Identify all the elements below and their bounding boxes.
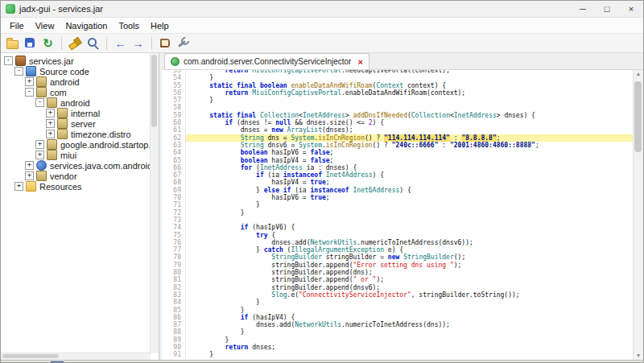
scrollbar-thumb[interactable]	[2, 354, 59, 358]
tree-item-com[interactable]: -com	[1, 87, 159, 97]
expand-icon[interactable]: +	[46, 119, 55, 128]
code-line[interactable]: 54 }	[162, 74, 634, 81]
expand-icon[interactable]: +	[46, 130, 55, 138]
tree-item-services-java-class[interactable]: +services.java.com.android.server...	[1, 160, 159, 171]
editor-vertical-scrollbar[interactable]: ▲ ▼	[633, 70, 643, 360]
expand-icon[interactable]: +	[25, 77, 34, 86]
menu-item-tools[interactable]: Tools	[113, 19, 145, 32]
save-all-icon[interactable]	[23, 35, 38, 51]
tab-close-icon[interactable]: ×	[357, 57, 362, 67]
code-line[interactable]: 85 }	[162, 307, 634, 314]
tree-item-miui[interactable]: +miui	[1, 150, 159, 160]
code-line[interactable]: 71 }	[162, 201, 634, 208]
log-viewer-icon[interactable]	[158, 35, 173, 51]
code-line[interactable]: 65 boolean hasIpV4 = false;	[162, 157, 634, 164]
code-line[interactable]: 87 dnses.add(NetworkUtils.numericToInetA…	[162, 321, 634, 328]
tree-item-internal[interactable]: +internal	[1, 108, 159, 118]
tree-item-services-jar[interactable]: -services.jar	[1, 56, 159, 66]
preferences-icon[interactable]	[175, 35, 191, 51]
code-line[interactable]: 72 }	[162, 209, 634, 217]
open-file-icon[interactable]	[5, 35, 20, 51]
code-line[interactable]: 58	[162, 104, 634, 111]
code-line[interactable]: 82 stringBuilder.append(dnsv6);	[162, 284, 634, 291]
code-line[interactable]: 86 if (hasIpV4) {	[162, 314, 634, 321]
line-number: 62	[162, 134, 186, 142]
code-line[interactable]: 77 } catch (IllegalArgumentException e) …	[162, 246, 634, 254]
tree-vertical-scrollbar[interactable]	[150, 53, 159, 353]
scroll-up-icon[interactable]: ▲	[634, 70, 643, 78]
expand-icon[interactable]: +	[35, 140, 44, 149]
code-line[interactable]: 90 return dnses;	[162, 344, 634, 351]
expand-icon[interactable]: +	[35, 151, 44, 159]
tree-item-resources[interactable]: +Resources	[1, 181, 159, 192]
code-line[interactable]: 76 dnses.add(NetworkUtils.numericToInetA…	[162, 239, 634, 246]
code-text: }	[186, 97, 634, 104]
code-editor[interactable]: 53 return MiuiConfigCaptivePortal.needCa…	[162, 70, 643, 360]
text-search-icon[interactable]	[68, 35, 83, 51]
collapse-icon[interactable]: -	[25, 88, 34, 97]
code-line[interactable]: 79 stringBuilder.append("Error setting d…	[162, 262, 634, 269]
code-text: }	[186, 209, 634, 217]
tree-item-com-android[interactable]: -android	[1, 97, 159, 108]
collapse-icon[interactable]: -	[35, 98, 44, 107]
tree-item-source-code[interactable]: -Source code	[1, 66, 159, 76]
code-text: String dns = System.isInCnRegion() ? "11…	[186, 134, 634, 142]
tree-horizontal-scrollbar[interactable]	[1, 353, 151, 360]
scroll-down-icon[interactable]: ▼	[634, 352, 643, 360]
minimize-button[interactable]: ─	[571, 1, 595, 17]
reload-icon[interactable]: ↻	[40, 35, 56, 51]
line-number: 78	[162, 254, 186, 261]
code-line[interactable]: 89 }	[162, 336, 634, 344]
collapse-icon[interactable]: -	[4, 56, 13, 65]
code-line[interactable]: 68 hasIpV4 = true;	[162, 179, 634, 186]
code-line[interactable]: 62 String dns = System.isInCnRegion() ? …	[162, 134, 634, 142]
menu-item-file[interactable]: File	[4, 19, 30, 32]
maximize-button[interactable]: □	[595, 1, 619, 17]
tab-connectivity-service-injector[interactable]: com.android.server.ConnectivityServiceIn…	[164, 53, 369, 69]
scrollbar-thumb[interactable]	[634, 81, 642, 152]
code-line[interactable]: 67 if (ia instanceof Inet4Address) {	[162, 171, 634, 179]
expand-icon[interactable]: +	[46, 109, 55, 118]
code-line[interactable]: 56 return MiuiConfigCaptivePortal.enable…	[162, 89, 634, 97]
tree-item-timezone-distro[interactable]: +timezone.distro	[1, 129, 159, 139]
code-line[interactable]: 61 dnses = new ArrayList(dnses);	[162, 126, 634, 134]
code-line[interactable]: 78 StringBuilder stringBuilder = new Str…	[162, 254, 634, 261]
menu-item-navigation[interactable]: Navigation	[60, 19, 113, 32]
code-line[interactable]: 84 }	[162, 299, 634, 306]
expand-icon[interactable]: +	[14, 182, 23, 191]
code-line[interactable]: 55 static final boolean enableDataAndWif…	[162, 82, 634, 89]
tree-item-android[interactable]: +android	[1, 76, 159, 87]
code-line[interactable]: 63 String dnsv6 = System.isInCnRegion() …	[162, 142, 634, 149]
package-icon	[57, 118, 68, 129]
code-line[interactable]: 80 stringBuilder.append(dns);	[162, 269, 634, 276]
scrollbar-thumb[interactable]	[151, 55, 157, 127]
tree-item-google-android-startop-iorap[interactable]: +google.android.startop.iorap	[1, 139, 159, 150]
code-line[interactable]: 74 if (hasIpV6) {	[162, 224, 634, 231]
code-line[interactable]: 81 stringBuilder.append(" or ");	[162, 276, 634, 283]
code-line[interactable]: 57 }	[162, 97, 634, 104]
back-icon[interactable]: ←	[113, 35, 128, 51]
code-area[interactable]: 53 return MiuiConfigCaptivePortal.needCa…	[162, 70, 634, 360]
close-button[interactable]: ×	[619, 1, 643, 17]
code-line[interactable]: 83 Slog.e("ConnectivityServiceInjector",…	[162, 291, 634, 299]
code-line[interactable]: 88 }	[162, 328, 634, 336]
code-line[interactable]: 59 static final Collection<InetAddress> …	[162, 112, 634, 119]
code-line[interactable]: 91 }	[162, 351, 634, 358]
package-icon	[57, 108, 68, 118]
code-line[interactable]: 73	[162, 217, 634, 224]
forward-icon[interactable]: →	[130, 35, 146, 51]
tree-item-server[interactable]: +server	[1, 118, 159, 129]
code-line[interactable]: 75 try {	[162, 232, 634, 239]
class-search-icon[interactable]	[85, 35, 101, 51]
expand-icon[interactable]: +	[25, 161, 34, 170]
code-line[interactable]: 64 boolean hasIpV6 = false;	[162, 149, 634, 156]
code-line[interactable]: 60 if (dnses != null && dnses.size() <= …	[162, 119, 634, 126]
collapse-icon[interactable]: -	[14, 67, 23, 76]
tree-item-vendor[interactable]: +vendor	[1, 171, 159, 181]
code-line[interactable]: 69 } else if (ia instanceof Inet6Address…	[162, 187, 634, 194]
menu-item-help[interactable]: Help	[145, 19, 175, 32]
expand-icon[interactable]: +	[25, 171, 34, 180]
code-line[interactable]: 66 for (InetAddress ia : dnses) {	[162, 164, 634, 171]
code-line[interactable]: 70 hasIpV6 = true;	[162, 194, 634, 201]
menu-item-view[interactable]: View	[30, 19, 60, 32]
